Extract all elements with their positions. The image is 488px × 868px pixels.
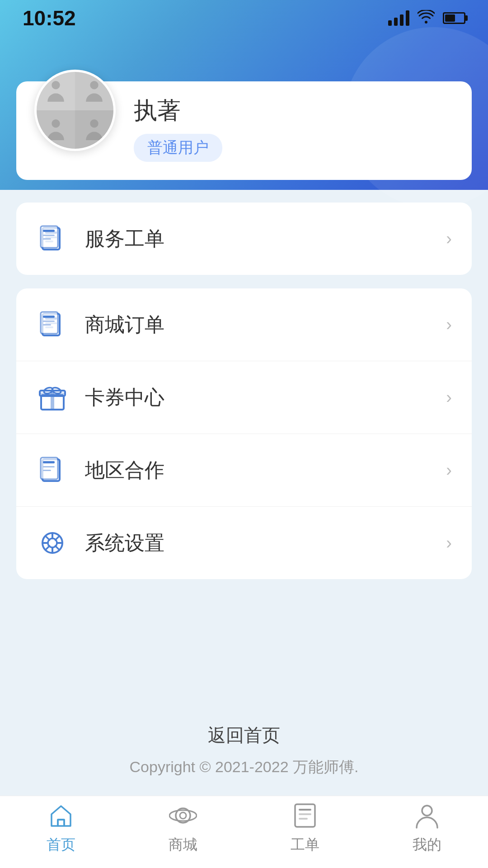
svg-rect-18: [43, 321, 55, 322]
wifi-icon: [418, 9, 435, 27]
workorder-icon: [290, 801, 320, 830]
nav-mine-label: 我的: [413, 835, 441, 855]
status-icons: [388, 9, 465, 27]
svg-rect-8: [41, 226, 58, 248]
svg-rect-11: [43, 238, 51, 240]
nav-home-label: 首页: [47, 835, 75, 855]
service-ticket-icon: [36, 222, 69, 255]
coupon-center-arrow: ›: [446, 388, 452, 407]
profile-name: 执著: [134, 95, 222, 127]
svg-rect-33: [58, 820, 64, 826]
profile-card: 执著 普通用户: [16, 81, 472, 180]
system-settings-icon: [36, 527, 69, 559]
region-coop-icon: [36, 454, 69, 486]
bottom-navigation: 首页 商城 工单: [0, 796, 488, 868]
avatar-cell-4: [75, 110, 113, 149]
status-bar: 10:52: [0, 0, 488, 36]
home-icon: [46, 801, 76, 830]
nav-item-home[interactable]: 首页: [0, 801, 122, 855]
nav-item-shop[interactable]: 商城: [122, 801, 244, 855]
shop-icon: [168, 801, 198, 830]
svg-point-3: [90, 119, 98, 127]
system-settings-label: 系统设置: [85, 530, 446, 557]
back-home-button[interactable]: 返回首页: [208, 723, 280, 748]
service-ticket-item[interactable]: 服务工单 ›: [16, 203, 472, 275]
svg-rect-19: [43, 324, 51, 326]
svg-rect-17: [43, 316, 55, 318]
svg-rect-38: [299, 809, 311, 811]
svg-rect-40: [299, 818, 308, 820]
svg-rect-30: [43, 470, 51, 471]
nav-workorder-label: 工单: [291, 835, 319, 855]
profile-info: 执著 普通用户: [134, 95, 222, 162]
status-time: 10:52: [23, 6, 76, 30]
svg-point-0: [52, 81, 60, 89]
svg-point-41: [422, 806, 432, 816]
svg-rect-37: [295, 804, 315, 827]
page-wrapper: 10:52: [0, 0, 488, 868]
avatar: [34, 70, 116, 151]
service-ticket-label: 服务工单: [85, 226, 446, 252]
svg-rect-29: [43, 466, 55, 467]
shop-order-arrow: ›: [446, 315, 452, 335]
svg-point-2: [52, 119, 60, 127]
svg-rect-10: [43, 235, 55, 236]
coupon-center-item[interactable]: 卡券中心 ›: [16, 361, 472, 434]
system-settings-arrow: ›: [446, 533, 452, 553]
svg-rect-28: [43, 461, 55, 463]
svg-rect-16: [41, 312, 58, 334]
menu-section-2: 商城订单 › 卡: [16, 288, 472, 579]
shop-order-item[interactable]: 商城订单 ›: [16, 288, 472, 361]
user-type-badge: 普通用户: [134, 134, 222, 162]
svg-rect-9: [43, 230, 55, 232]
mine-icon: [412, 801, 442, 830]
svg-rect-39: [299, 813, 311, 815]
region-coop-label: 地区合作: [85, 457, 446, 484]
nav-item-mine[interactable]: 我的: [366, 801, 488, 855]
svg-point-36: [180, 812, 186, 819]
shop-order-icon: [36, 308, 69, 341]
coupon-center-icon: [36, 381, 69, 414]
shop-order-label: 商城订单: [85, 311, 446, 338]
region-coop-arrow: ›: [446, 461, 452, 480]
nav-shop-label: 商城: [169, 835, 197, 855]
svg-rect-27: [41, 458, 58, 479]
svg-point-1: [90, 81, 98, 89]
service-ticket-arrow: ›: [446, 229, 452, 249]
copyright-text: Copyright © 2021-2022 万能师傅.: [130, 757, 359, 778]
battery-icon: [443, 12, 465, 24]
region-coop-item[interactable]: 地区合作 ›: [16, 434, 472, 507]
avatar-cell-3: [37, 110, 75, 149]
service-ticket-card: 服务工单 ›: [16, 203, 472, 275]
coupon-center-label: 卡券中心: [85, 384, 446, 411]
system-settings-item[interactable]: 系统设置 ›: [16, 507, 472, 579]
signal-icon: [388, 10, 409, 26]
nav-item-workorder[interactable]: 工单: [244, 801, 366, 855]
